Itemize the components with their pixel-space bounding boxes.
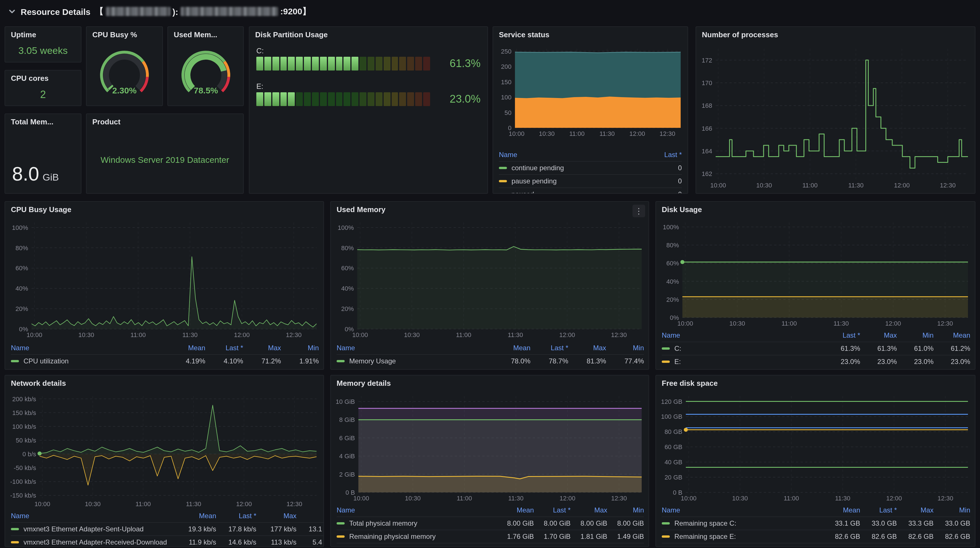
legend-row[interactable]: pause pending0 (499, 174, 682, 187)
legend-row[interactable]: CPU utilization4.19%4.10%71.2%1.91% (11, 354, 319, 367)
panel-title[interactable]: Disk Usage (662, 205, 702, 214)
legend-col-header[interactable]: Name (337, 344, 493, 352)
series-name[interactable]: paused (512, 190, 534, 193)
series-name[interactable]: Remaining space E: (675, 532, 736, 540)
legend-row[interactable]: Virtual memory9.25 GiB9.25 GiB9.25 GiB9.… (337, 543, 644, 547)
svg-text:12:00: 12:00 (886, 495, 902, 502)
chart-svg: 16216416616817017210:0010:3011:0011:3012… (698, 45, 972, 190)
svg-text:12:30: 12:30 (940, 182, 956, 189)
series-name[interactable]: continue pending (512, 164, 564, 172)
panel-title[interactable]: CPU Busy Usage (11, 205, 72, 214)
series-name[interactable]: pause pending (512, 177, 557, 185)
series-name[interactable]: Total physical memory (349, 519, 417, 527)
legend-row[interactable]: paused0 (499, 187, 682, 193)
legend-col-header[interactable]: Last * (648, 151, 682, 159)
legend-row[interactable]: E:23.0%23.0%23.0%23.0% (662, 355, 970, 368)
panel-title[interactable]: Number of processes (702, 30, 778, 39)
series-name[interactable]: vmxnet3 Ethernet Adapter-Sent-Upload (24, 525, 144, 533)
legend-col-header[interactable]: Mean (934, 331, 970, 339)
legend-row[interactable]: continue pending0 (499, 161, 682, 174)
cpu-busy-usage-chart[interactable]: 0%20%40%60%80%100%10:0010:3011:0011:3012… (8, 219, 321, 339)
series-name[interactable]: Remaining physical memory (349, 532, 436, 540)
legend-col-header[interactable]: Last * (216, 512, 256, 520)
legend-col-header[interactable]: Name (11, 344, 167, 352)
legend-col-header[interactable]: Last * (534, 506, 571, 514)
legend-row[interactable]: Total physical memory8.00 GiB8.00 GiB8.0… (337, 516, 644, 530)
drive-c-label: C: (256, 46, 264, 55)
panel-title[interactable]: Free disk space (662, 379, 718, 388)
series-name[interactable]: CPU utilization (24, 357, 68, 365)
panel-title[interactable]: Used Memory (337, 205, 386, 214)
series-name[interactable]: vmxnet3 Ethernet Adapter-Received-Downlo… (24, 538, 167, 546)
legend-row[interactable]: Total space C:85.3 GB85.3 GB85.3 GB85.3 … (662, 543, 970, 547)
series-name[interactable]: E: (675, 358, 681, 366)
legend-row[interactable]: Remaining space C:33.1 GB33.0 GB33.3 GB3… (662, 516, 970, 530)
legend-col-header[interactable]: Mean (824, 506, 860, 514)
legend-col-header[interactable]: Max (256, 512, 296, 520)
legend-col-header[interactable]: Min (281, 344, 319, 352)
panel-title[interactable]: Memory details (337, 379, 391, 388)
panel-title[interactable]: CPU Busy % (92, 30, 137, 39)
series-name[interactable]: Virtual memory (349, 546, 395, 547)
panel-title[interactable]: Disk Partition Usage (255, 30, 328, 39)
legend-col-header[interactable]: Max (243, 344, 281, 352)
legend-col-header[interactable]: Mean (176, 512, 216, 520)
legend-col-header[interactable]: Name (662, 331, 824, 339)
legend-col-header[interactable]: Max (568, 344, 606, 352)
total-mem-value: 8.0GiB (12, 163, 59, 185)
series-name[interactable]: Memory Usage (349, 357, 396, 365)
series-name[interactable]: Total space C: (675, 546, 718, 547)
legend-col-header[interactable]: Max (860, 331, 897, 339)
panel-title[interactable]: Used Mem... (174, 30, 217, 39)
legend-value: 1.70 GiB (534, 532, 571, 540)
legend-col-header[interactable]: Mean (167, 344, 205, 352)
legend-col-header[interactable]: Last * (824, 331, 860, 339)
legend-value: 11.9 kb/s (176, 538, 216, 546)
service-status-chart[interactable]: 05010015020025010:0010:3011:0011:3012:00… (495, 45, 685, 138)
panel-menu-icon[interactable]: ⋮ (633, 205, 645, 217)
panel-title[interactable]: Network details (11, 379, 66, 388)
legend-col-header[interactable]: Max (571, 506, 607, 514)
panel-title[interactable]: Service status (499, 30, 549, 39)
legend-row[interactable]: vmxnet3 Ethernet Adapter-Received-Downlo… (11, 535, 323, 546)
series-name[interactable]: Remaining space C: (675, 519, 736, 527)
series-name[interactable]: C: (675, 345, 681, 353)
processes-chart[interactable]: 16216416616817017210:0010:3011:0011:3012… (698, 45, 972, 190)
svg-text:60 GB: 60 GB (665, 443, 682, 451)
legend-row[interactable]: Remaining physical memory1.76 GiB1.70 Gi… (337, 530, 644, 543)
legend-col-header[interactable]: Name (337, 506, 497, 514)
panel-title[interactable]: Total Mem... (11, 118, 53, 126)
legend-row[interactable]: Memory Usage78.0%78.7%81.3%77.4% (337, 354, 644, 367)
legend-col-header[interactable]: Min (606, 344, 644, 352)
legend-row[interactable]: Remaining space E:82.6 GB82.6 GB82.6 GB8… (662, 530, 970, 543)
network-details-chart[interactable]: 200 kb/s150 kb/s100 kb/s50 kb/s0 b/s-50 … (8, 393, 321, 508)
legend-col-header[interactable]: Max (897, 506, 934, 514)
chevron-down-icon[interactable] (8, 8, 16, 16)
legend-row[interactable]: vmxnet3 Ethernet Adapter-Sent-Upload19.3… (11, 522, 323, 535)
legend-row[interactable]: C:61.3%61.3%61.0%61.2% (662, 342, 970, 355)
legend-col-header[interactable]: Min (296, 512, 323, 520)
legend-col-header[interactable]: Last * (205, 344, 243, 352)
free-disk-space-chart[interactable]: 0 B20 GB40 GB60 GB80 GB100 GB120 GB10:00… (658, 393, 972, 503)
legend-col-header[interactable]: Last * (860, 506, 897, 514)
disk-usage-chart[interactable]: 0%20%40%60%80%100%10:0010:3011:0011:3012… (658, 219, 972, 328)
legend-col-header[interactable]: Min (607, 506, 644, 514)
panel-title[interactable]: Uptime (11, 30, 36, 39)
panel-title[interactable]: Product (92, 118, 121, 126)
page-title[interactable]: Resource Details (21, 6, 90, 16)
legend-col-header[interactable]: Name (499, 151, 648, 159)
svg-text:10:00: 10:00 (677, 320, 693, 327)
legend-col-header[interactable]: Name (11, 512, 176, 520)
used-memory-chart[interactable]: 0%20%40%60%80%100%10:0010:3011:0011:3012… (333, 219, 646, 339)
legend-col-header[interactable]: Name (662, 506, 824, 514)
svg-text:10:00: 10:00 (681, 495, 697, 502)
legend-col-header[interactable]: Min (934, 506, 970, 514)
legend-col-header[interactable]: Min (897, 331, 934, 339)
legend-col-header[interactable]: Mean (497, 506, 534, 514)
legend-col-header[interactable]: Last * (530, 344, 568, 352)
panel-service-status: Service status 05010015020025010:0010:30… (493, 26, 688, 194)
panel-title[interactable]: CPU cores (11, 74, 49, 83)
memory-details-chart[interactable]: 0 B2 GiB4 GiB6 GiB8 GiB10 GiB10:0010:301… (333, 393, 646, 503)
svg-text:20%: 20% (666, 296, 679, 303)
legend-col-header[interactable]: Mean (493, 344, 530, 352)
